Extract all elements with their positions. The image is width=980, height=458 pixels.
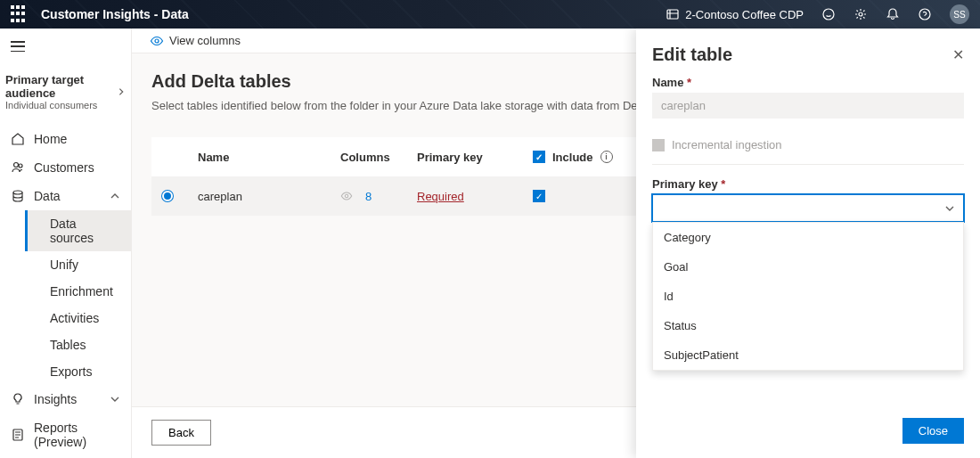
dropdown-option[interactable]: Id — [653, 282, 963, 311]
nav-data-sources[interactable]: Data sources — [25, 210, 131, 251]
eye-icon — [340, 190, 353, 202]
svg-point-6 — [13, 191, 22, 194]
nav-enrichment[interactable]: Enrichment — [25, 278, 131, 305]
nav-reports[interactable]: Reports (Preview) — [0, 413, 131, 456]
col-columns: Columns — [340, 151, 417, 164]
nav-insights-label: Insights — [34, 392, 77, 406]
nav-home[interactable]: Home — [0, 125, 131, 153]
svg-point-9 — [155, 39, 159, 43]
chevron-right-icon — [117, 86, 126, 97]
nav-unify[interactable]: Unify — [25, 251, 131, 278]
nav-data-label: Data — [34, 189, 61, 203]
svg-point-2 — [859, 12, 862, 16]
close-button[interactable]: Close — [902, 418, 964, 444]
nav-data[interactable]: Data — [0, 182, 131, 210]
back-button[interactable]: Back — [151, 420, 211, 446]
dropdown-option[interactable]: Category — [653, 223, 963, 252]
data-icon — [11, 189, 25, 203]
smile-icon[interactable] — [821, 7, 836, 21]
nav-customers[interactable]: Customers — [0, 153, 131, 182]
primary-key-dropdown: Category Goal Id Status SubjectPatient — [652, 222, 964, 371]
dropdown-option[interactable]: SubjectPatient — [653, 340, 963, 370]
col-name: Name — [198, 151, 340, 164]
svg-point-1 — [823, 9, 834, 20]
help-icon[interactable] — [918, 7, 932, 21]
bell-icon[interactable] — [886, 7, 900, 21]
col-include: Include — [552, 151, 593, 164]
home-icon — [11, 132, 25, 146]
svg-point-4 — [14, 163, 19, 168]
audience-value: Individual consumers — [5, 100, 117, 110]
row-name: careplan — [198, 190, 340, 203]
row-primary-key[interactable]: Required — [417, 190, 464, 203]
view-columns-button[interactable]: View columns — [169, 34, 241, 47]
gear-icon[interactable] — [853, 7, 868, 21]
nav-activities[interactable]: Activities — [25, 305, 131, 331]
dropdown-option[interactable]: Goal — [653, 252, 963, 282]
top-bar: Customer Insights - Data 2-Contoso Coffe… — [0, 0, 980, 29]
eye-icon — [150, 34, 164, 48]
reports-icon — [11, 428, 25, 442]
primary-key-label: Primary key * — [652, 177, 964, 191]
nav-home-label: Home — [34, 132, 67, 146]
app-title: Customer Insights - Data — [41, 7, 189, 21]
nav-reports-label: Reports (Preview) — [34, 421, 120, 449]
status-dot-icon — [162, 191, 173, 201]
svg-point-10 — [345, 194, 348, 198]
nav-customers-label: Customers — [34, 160, 94, 175]
audience-picker[interactable]: Primary target audience Individual consu… — [0, 64, 131, 125]
include-all-checkbox[interactable]: ✓ — [533, 151, 545, 163]
incremental-checkbox — [652, 139, 665, 151]
waffle-icon[interactable] — [11, 5, 29, 23]
sidebar: Primary target audience Individual consu… — [0, 29, 132, 458]
close-icon[interactable]: ✕ — [952, 46, 964, 63]
workspace-picker[interactable]: 2-Contoso Coffee CDP — [666, 7, 804, 21]
avatar[interactable]: SS — [950, 4, 969, 24]
svg-point-5 — [19, 164, 22, 168]
primary-key-combobox[interactable] — [652, 194, 964, 222]
nav-exports[interactable]: Exports — [25, 358, 131, 385]
col-primary-key: Primary key — [417, 151, 533, 164]
workspace-icon — [666, 7, 680, 21]
incremental-row: Incremental ingestion — [652, 133, 964, 165]
chevron-up-icon — [110, 191, 120, 201]
insights-icon — [11, 392, 25, 406]
include-checkbox[interactable]: ✓ — [533, 190, 545, 202]
nav-insights[interactable]: Insights — [0, 385, 131, 413]
workspace-name: 2-Contoso Coffee CDP — [685, 8, 804, 21]
audience-label: Primary target audience — [5, 73, 117, 100]
info-icon[interactable]: i — [600, 151, 613, 163]
name-label: Name * — [652, 76, 964, 89]
edit-table-panel: Edit table ✕ Name * Incremental ingestio… — [636, 29, 980, 458]
name-input — [652, 93, 964, 119]
hamburger-button[interactable] — [0, 29, 131, 64]
customers-icon — [11, 160, 25, 175]
panel-title: Edit table — [652, 45, 732, 65]
row-columns-link[interactable]: 8 — [365, 190, 372, 203]
incremental-label: Incremental ingestion — [672, 138, 782, 151]
chevron-down-icon — [110, 394, 120, 405]
dropdown-option[interactable]: Status — [653, 311, 963, 340]
svg-rect-0 — [667, 10, 678, 19]
nav-tables[interactable]: Tables — [25, 331, 131, 358]
